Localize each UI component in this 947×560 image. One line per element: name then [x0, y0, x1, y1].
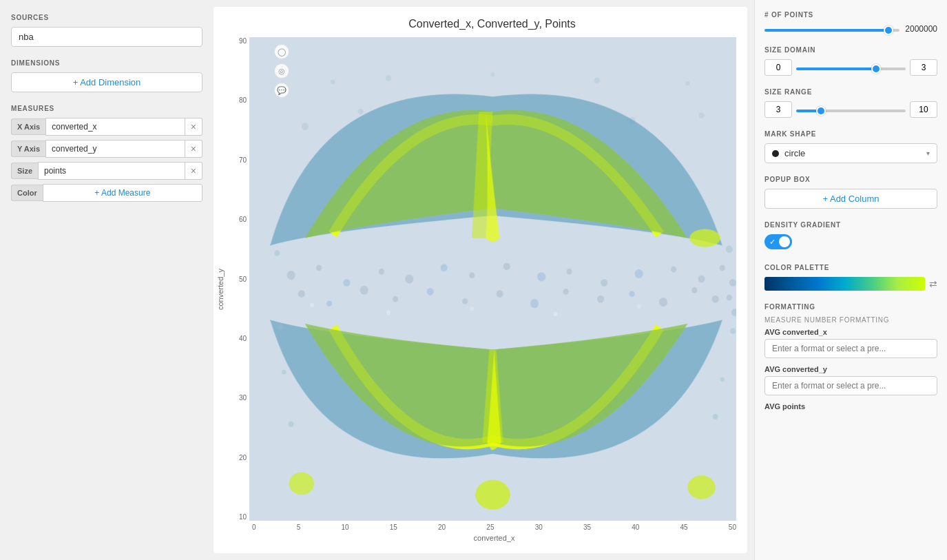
svg-point-5 [685, 81, 689, 85]
x-ticks: 0 5 10 15 20 25 30 35 40 45 50 [252, 521, 736, 531]
svg-point-50 [274, 250, 280, 256]
left-panel: SOURCES DIMENSIONS + Add Dimension MEASU… [0, 0, 214, 560]
size-range-min-input[interactable] [764, 101, 792, 118]
svg-point-6 [302, 123, 309, 130]
mark-shape-value: circle [784, 148, 926, 158]
svg-point-2 [386, 75, 391, 81]
density-gradient-label: DENSITY GRADIENT [764, 221, 937, 229]
measure-number-label: MEASURE NUMBER FORMATTING [764, 316, 937, 324]
svg-point-57 [713, 413, 718, 419]
svg-point-22 [601, 279, 607, 287]
avg-y-format-input[interactable] [764, 376, 937, 395]
svg-point-18 [469, 272, 475, 278]
avg-x-format-input[interactable] [764, 339, 937, 358]
chart-container: Converted_x, Converted_y, Points convert… [214, 7, 747, 553]
swap-icon[interactable]: ⇄ [929, 278, 937, 289]
x-axis-input[interactable] [45, 118, 185, 136]
size-range-max-input[interactable] [910, 101, 937, 118]
svg-point-41 [310, 303, 314, 307]
add-column-button[interactable]: + Add Column [764, 189, 937, 209]
svg-point-30 [393, 296, 398, 302]
color-label: Color [11, 185, 43, 201]
svg-point-42 [386, 310, 391, 314]
size-input[interactable] [38, 162, 185, 180]
x-axis-label: converted_x [252, 534, 736, 542]
avg-y-label: AVG converted_y [764, 365, 937, 373]
circle-select-icon[interactable]: ◎ [274, 63, 289, 79]
chart-toolbar: ◯ ◎ 💬 [274, 44, 289, 98]
density-gradient-toggle[interactable]: ✓ [764, 234, 792, 249]
svg-point-12 [287, 271, 295, 280]
y-ticks: 90 80 70 60 50 40 30 20 10 [230, 37, 249, 521]
num-points-label: # OF POINTS [764, 11, 937, 19]
size-close-button[interactable]: × [185, 162, 202, 180]
size-range-label: SIZE RANGE [764, 88, 937, 96]
color-palette-label: COLOR PALETTE [764, 264, 937, 271]
svg-point-37 [629, 291, 634, 297]
size-row: Size × [11, 162, 202, 180]
y-axis-input[interactable] [45, 140, 185, 158]
size-range-row [764, 101, 937, 118]
chart-title: Converted_x, Converted_y, Points [214, 18, 736, 30]
svg-point-58 [729, 279, 736, 287]
density-gradient-toggle-wrap: ✓ [764, 234, 937, 251]
num-points-slider[interactable] [764, 29, 899, 32]
add-measure-button[interactable]: + Add Measure [43, 184, 202, 202]
svg-point-44 [553, 312, 557, 316]
chevron-down-icon: ▾ [926, 149, 930, 157]
size-range-slider-wrap [796, 105, 906, 114]
svg-point-47 [289, 473, 314, 495]
dimensions-label: DIMENSIONS [11, 59, 202, 67]
svg-point-38 [659, 298, 667, 307]
x-axis-label: X Axis [11, 118, 45, 135]
svg-point-11 [698, 112, 704, 118]
scatter-svg [249, 37, 736, 521]
color-palette-row: ⇄ [764, 277, 937, 291]
svg-point-19 [503, 262, 510, 270]
svg-point-39 [691, 287, 697, 293]
num-points-slider-wrap [764, 24, 899, 34]
size-range-slider[interactable] [796, 110, 906, 112]
svg-point-7 [358, 109, 364, 115]
y-axis-close-button[interactable]: × [185, 140, 202, 158]
svg-point-21 [567, 269, 572, 275]
svg-point-51 [726, 245, 733, 253]
circle-dot-icon [772, 150, 779, 157]
svg-point-59 [727, 295, 732, 301]
measures-label: MEASURES [11, 105, 202, 112]
svg-point-52 [278, 324, 283, 331]
svg-point-3 [490, 72, 495, 76]
svg-point-55 [720, 377, 725, 382]
svg-point-24 [671, 267, 676, 273]
y-axis-label: converted_y [214, 37, 227, 542]
size-domain-slider[interactable] [796, 68, 906, 70]
y-axis-row: Y Axis × [11, 140, 202, 158]
svg-point-27 [298, 290, 305, 298]
color-palette-bar[interactable] [764, 277, 925, 291]
y-axis-label: Y Axis [11, 141, 45, 157]
source-input[interactable] [11, 27, 202, 47]
comment-icon[interactable]: 💬 [274, 83, 289, 98]
chart-inner: 90 80 70 60 50 40 30 20 10 ◯ ◎ 💬 [230, 37, 736, 542]
svg-point-45 [637, 304, 641, 309]
svg-point-40 [712, 295, 719, 303]
x-axis-row: 0 5 10 15 20 25 30 35 40 45 50 [252, 521, 736, 531]
svg-point-4 [594, 77, 600, 83]
x-axis-row: X Axis × [11, 118, 202, 136]
size-domain-label: SIZE DOMAIN [764, 46, 937, 54]
mark-shape-select[interactable]: circle ▾ [764, 143, 937, 163]
size-domain-slider-wrap [796, 63, 906, 72]
x-axis-close-button[interactable]: × [185, 118, 202, 136]
svg-point-46 [475, 480, 510, 510]
scatter-plot[interactable]: ◯ ◎ 💬 [249, 37, 736, 521]
svg-point-32 [462, 298, 468, 304]
size-domain-max-input[interactable] [910, 59, 937, 76]
size-domain-min-input[interactable] [764, 59, 792, 76]
svg-point-36 [597, 295, 604, 303]
popup-box-label: POPUP BOX [764, 176, 937, 183]
svg-point-48 [687, 475, 715, 499]
add-dimension-button[interactable]: + Add Dimension [11, 72, 202, 92]
lasso-icon[interactable]: ◯ [274, 44, 289, 59]
svg-point-16 [405, 275, 413, 284]
right-panel: # OF POINTS 2000000 SIZE DOMAIN SIZE RAN… [754, 0, 947, 560]
